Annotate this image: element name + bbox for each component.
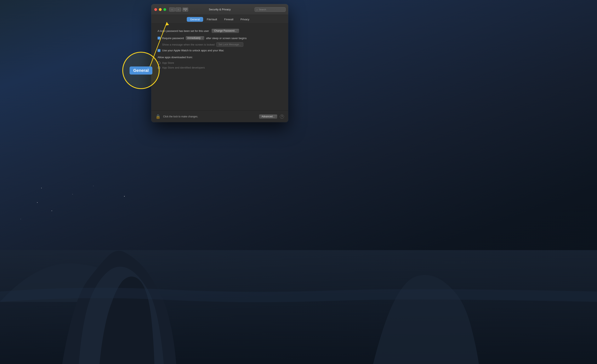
minimize-button[interactable] bbox=[159, 8, 162, 11]
grid-dot bbox=[187, 8, 187, 9]
back-button[interactable]: ‹ bbox=[169, 8, 175, 12]
app-store-identified-radio[interactable] bbox=[157, 66, 160, 69]
forward-button[interactable]: › bbox=[175, 8, 181, 12]
grid-dot bbox=[184, 9, 185, 10]
grid-dot bbox=[187, 9, 187, 10]
window-title: Security & Privacy bbox=[209, 8, 230, 11]
svg-point-2 bbox=[72, 194, 73, 194]
after-sleep-label: after sleep or screen saver begins bbox=[206, 37, 247, 40]
svg-point-6 bbox=[21, 219, 21, 219]
system-preferences-window: ‹ › Security & Privacy ⌕ Search General bbox=[151, 4, 288, 122]
tab-general[interactable]: General bbox=[187, 17, 203, 22]
lock-icon[interactable]: 🔒 bbox=[156, 114, 161, 119]
content-area: A login password has been set for this u… bbox=[151, 24, 288, 111]
tab-bar: General FileVault Firewall Privacy bbox=[151, 15, 288, 24]
app-store-radio-row: App Store bbox=[157, 61, 282, 64]
apple-watch-label: Use your Apple Watch to unlock apps and … bbox=[162, 49, 224, 52]
grid-dot bbox=[183, 9, 184, 10]
checkmark-icon: ✓ bbox=[158, 37, 160, 39]
lock-text: Click the lock to make changes. bbox=[163, 115, 256, 118]
search-box[interactable]: ⌕ Search bbox=[255, 7, 286, 12]
dropdown-arrow-icon: ⌄ bbox=[202, 37, 203, 39]
svg-point-4 bbox=[93, 186, 94, 186]
maximize-button[interactable] bbox=[163, 8, 166, 11]
grid-dot bbox=[186, 9, 186, 10]
grid-dot bbox=[183, 8, 184, 9]
require-password-checkbox[interactable]: ✓ bbox=[157, 37, 160, 39]
grid-dot bbox=[184, 8, 185, 9]
apple-watch-row: ✓ Use your Apple Watch to unlock apps an… bbox=[157, 49, 282, 52]
search-placeholder: Search bbox=[259, 8, 266, 11]
checkmark-icon: ✓ bbox=[158, 49, 160, 52]
app-store-label: App Store bbox=[162, 61, 174, 64]
advanced-button[interactable]: Advanced... bbox=[259, 114, 277, 119]
show-message-row: Show a message when the screen is locked… bbox=[162, 42, 282, 47]
tab-filevault[interactable]: FileVault bbox=[204, 17, 220, 22]
svg-point-5 bbox=[124, 196, 125, 197]
back-icon: ‹ bbox=[172, 8, 173, 11]
traffic-lights bbox=[154, 8, 166, 11]
login-password-row: A login password has been set for this u… bbox=[157, 29, 282, 33]
require-password-row: ✓ Require password immediately ⌄ after s… bbox=[157, 36, 282, 40]
app-store-identified-label: App Store and identified developers bbox=[162, 66, 205, 69]
app-store-identified-radio-row: App Store and identified developers bbox=[157, 66, 282, 69]
show-message-label: Show a message when the screen is locked bbox=[162, 43, 215, 46]
svg-point-1 bbox=[41, 188, 42, 189]
grid-dot bbox=[186, 8, 186, 9]
bottom-bar: 🔒 Click the lock to make changes. Advanc… bbox=[151, 111, 288, 122]
svg-point-3 bbox=[37, 202, 38, 203]
tab-firewall[interactable]: Firewall bbox=[221, 17, 237, 22]
app-store-radio[interactable] bbox=[157, 61, 160, 64]
titlebar: ‹ › Security & Privacy ⌕ Search bbox=[151, 4, 288, 15]
svg-point-7 bbox=[52, 211, 52, 211]
forward-icon: › bbox=[178, 8, 179, 11]
close-button[interactable] bbox=[154, 8, 157, 11]
help-button[interactable]: ? bbox=[280, 114, 284, 119]
require-password-label: Require password bbox=[162, 37, 184, 40]
grid-dot bbox=[185, 10, 186, 11]
immediately-dropdown[interactable]: immediately ⌄ bbox=[186, 36, 204, 40]
landscape-decoration bbox=[0, 178, 597, 364]
set-lock-message-button: Set Lock Message... bbox=[216, 42, 243, 47]
search-icon: ⌕ bbox=[256, 8, 258, 11]
allow-apps-label: Allow apps downloaded from: bbox=[157, 56, 282, 59]
apple-watch-checkbox[interactable]: ✓ bbox=[157, 49, 160, 52]
login-password-text: A login password has been set for this u… bbox=[157, 29, 209, 32]
allow-apps-section: Allow apps downloaded from: App Store Ap… bbox=[157, 56, 282, 69]
tab-privacy[interactable]: Privacy bbox=[237, 17, 253, 22]
change-password-button[interactable]: Change Password... bbox=[212, 29, 239, 33]
grid-button[interactable] bbox=[182, 8, 188, 12]
nav-buttons: ‹ › bbox=[169, 8, 181, 12]
